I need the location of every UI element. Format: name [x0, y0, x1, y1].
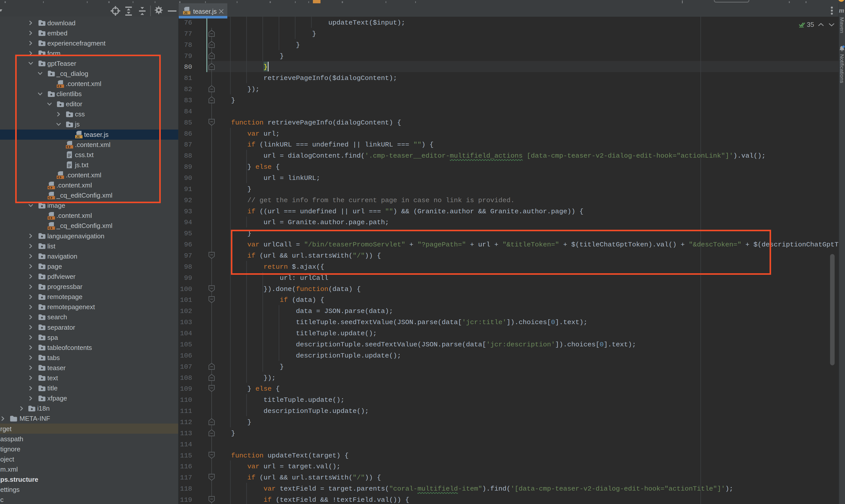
svg-text:JS: JS [184, 11, 188, 15]
